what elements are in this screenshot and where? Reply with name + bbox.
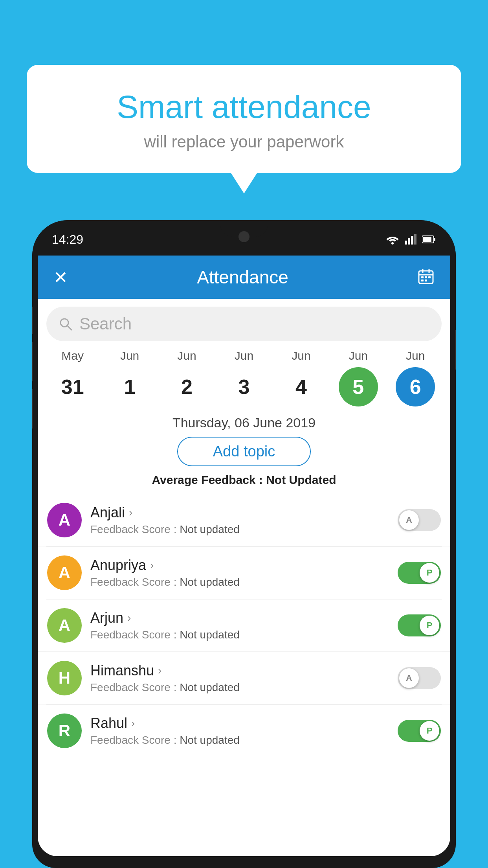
student-name[interactable]: Arjun ›	[90, 610, 398, 626]
avg-feedback-label: Average Feedback :	[152, 473, 262, 486]
svg-rect-6	[423, 237, 431, 242]
volume-up-button	[32, 342, 33, 381]
attendance-toggle[interactable]: A	[398, 667, 441, 689]
student-avatar: A	[47, 555, 82, 590]
toggle-off[interactable]: A	[398, 509, 441, 531]
battery-icon	[422, 235, 436, 244]
calendar-icon[interactable]	[417, 268, 435, 287]
app-header: ✕ Attendance	[38, 256, 450, 299]
student-item: AArjun ›Feedback Score : Not updatedP	[38, 600, 450, 652]
screen-title: Attendance	[197, 267, 288, 288]
student-name[interactable]: Anjali ›	[90, 504, 398, 521]
month-label: Jun	[235, 349, 253, 362]
student-avatar: A	[47, 503, 82, 537]
calendar-dates: May31Jun1Jun2Jun3Jun4Jun5Jun6	[38, 349, 450, 406]
student-item: AAnupriya ›Feedback Score : Not updatedP	[38, 547, 450, 599]
status-bar: 14:29	[32, 220, 456, 256]
phone-screen: ✕ Attendance	[38, 256, 450, 856]
day-number: 3	[224, 367, 264, 406]
month-label: Jun	[292, 349, 310, 362]
student-feedback: Feedback Score : Not updated	[90, 629, 398, 641]
student-avatar: R	[47, 714, 82, 748]
svg-rect-4	[414, 234, 416, 245]
student-name[interactable]: Anupriya ›	[90, 557, 398, 574]
calendar-date[interactable]: Jun3	[218, 349, 270, 406]
student-item: AAnjali ›Feedback Score : Not updatedA	[38, 494, 450, 546]
notch	[220, 220, 268, 237]
svg-rect-12	[421, 276, 424, 278]
toggle-on[interactable]: P	[398, 720, 441, 742]
student-feedback: Feedback Score : Not updated	[90, 681, 398, 694]
search-placeholder: Search	[79, 314, 132, 333]
search-bar[interactable]: Search	[46, 307, 442, 341]
svg-rect-7	[434, 238, 435, 241]
power-button	[455, 330, 456, 370]
search-icon	[58, 316, 73, 331]
student-item: RRahul ›Feedback Score : Not updatedP	[38, 705, 450, 757]
student-item: HHimanshu ›Feedback Score : Not updatedA	[38, 652, 450, 704]
student-list: AAnjali ›Feedback Score : Not updatedAAA…	[38, 494, 450, 757]
camera	[238, 231, 250, 242]
wifi-icon	[386, 234, 399, 245]
status-icons	[386, 234, 436, 245]
day-number: 5	[339, 367, 378, 406]
student-avatar: A	[47, 608, 82, 643]
day-number: 6	[396, 367, 435, 406]
month-label: Jun	[349, 349, 368, 362]
svg-rect-13	[425, 276, 427, 278]
average-feedback: Average Feedback : Not Updated	[38, 473, 450, 487]
svg-rect-14	[428, 276, 431, 278]
month-label: Jun	[177, 349, 196, 362]
student-name[interactable]: Rahul ›	[90, 715, 398, 732]
mute-button	[32, 307, 33, 334]
day-number: 1	[110, 367, 149, 406]
toggle-knob: A	[399, 510, 419, 530]
student-feedback: Feedback Score : Not updated	[90, 576, 398, 588]
attendance-toggle[interactable]: P	[398, 614, 441, 636]
status-time: 14:29	[52, 232, 83, 247]
svg-rect-1	[405, 241, 407, 245]
attendance-toggle[interactable]: P	[398, 562, 441, 584]
svg-point-0	[391, 242, 394, 245]
toggle-off[interactable]: A	[398, 667, 441, 689]
selected-date: Thursday, 06 June 2019	[38, 415, 450, 430]
calendar-date[interactable]: Jun2	[161, 349, 213, 406]
toggle-knob: P	[420, 616, 439, 635]
toggle-knob: P	[420, 563, 439, 583]
attendance-toggle[interactable]: P	[398, 720, 441, 742]
svg-rect-3	[411, 236, 413, 245]
volume-down-button	[32, 389, 33, 428]
student-avatar: H	[47, 661, 82, 695]
calendar-date[interactable]: Jun4	[275, 349, 327, 406]
add-topic-button[interactable]: Add topic	[177, 437, 311, 466]
avg-feedback-value: Not Updated	[266, 473, 336, 486]
speech-bubble-title: Smart attendance	[46, 88, 442, 125]
calendar-date[interactable]: May31	[47, 349, 98, 406]
calendar-date[interactable]: Jun5	[333, 349, 384, 406]
svg-rect-15	[421, 280, 424, 281]
speech-bubble-subtitle: will replace your paperwork	[46, 132, 442, 151]
toggle-knob: A	[399, 668, 419, 688]
toggle-knob: P	[420, 721, 439, 741]
speech-bubble: Smart attendance will replace your paper…	[27, 65, 461, 173]
month-label: Jun	[120, 349, 139, 362]
svg-line-18	[67, 326, 72, 330]
svg-rect-2	[408, 238, 410, 245]
close-button[interactable]: ✕	[53, 267, 68, 287]
month-label: May	[61, 349, 84, 362]
calendar-date[interactable]: Jun1	[104, 349, 155, 406]
attendance-toggle[interactable]: A	[398, 509, 441, 531]
student-feedback: Feedback Score : Not updated	[90, 523, 398, 536]
svg-rect-16	[425, 280, 427, 281]
phone-frame: 14:29 ✕	[32, 220, 456, 868]
day-number: 31	[53, 367, 92, 406]
day-number: 2	[167, 367, 207, 406]
student-feedback: Feedback Score : Not updated	[90, 734, 398, 747]
calendar-date[interactable]: Jun6	[390, 349, 441, 406]
toggle-on[interactable]: P	[398, 614, 441, 636]
signal-icon	[405, 234, 416, 245]
month-label: Jun	[406, 349, 425, 362]
toggle-on[interactable]: P	[398, 562, 441, 584]
day-number: 4	[281, 367, 321, 406]
student-name[interactable]: Himanshu ›	[90, 662, 398, 679]
